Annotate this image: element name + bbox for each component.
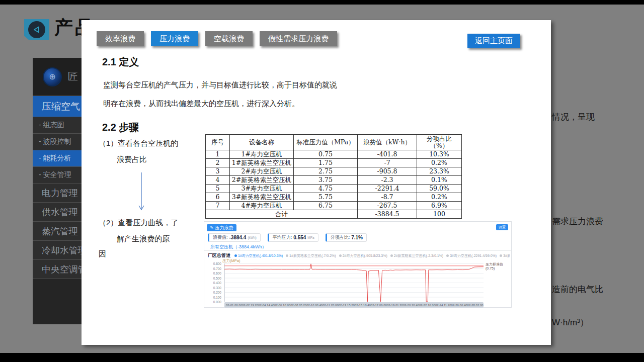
sidebar-item-7[interactable]: 蒸汽管理 bbox=[33, 221, 82, 240]
back-nav-icon[interactable] bbox=[24, 19, 49, 40]
cell-4-0: 5 bbox=[206, 185, 230, 193]
brand-name: 匠 bbox=[68, 70, 78, 83]
legend-item-4: 3#寿力空压机(-2291.4/59.0%) bbox=[446, 253, 497, 258]
x-tick-15: 02-28 02:00 bbox=[467, 304, 484, 307]
y-tick-6: 0.200 bbox=[213, 291, 221, 294]
y-axis-ticks: 0.8000.7000.6000.5000.4000.3000.2000.100… bbox=[206, 263, 222, 302]
waste-tabs: 效率浪费压力浪费空载浪费假性需求压力浪费 bbox=[97, 31, 337, 46]
cell-6-4: 6.9% bbox=[417, 202, 462, 210]
x-tick-12: 02-22 16:00 bbox=[419, 304, 435, 307]
table-row-0: 11#寿力空压机0.75-401.810.3% bbox=[206, 150, 462, 159]
table-col-header-4: 分项占比（%） bbox=[417, 135, 462, 150]
sidebar-item-1[interactable]: - 组态图 bbox=[33, 117, 82, 133]
tab-0[interactable]: 效率浪费 bbox=[97, 31, 144, 46]
return-main-button[interactable]: 返回主页面 bbox=[467, 34, 520, 48]
x-tick-0: 02-01 00:00 bbox=[226, 304, 242, 307]
stat-label-1: 平均压力: bbox=[273, 234, 292, 241]
sidebar-item-4[interactable]: - 安全管理 bbox=[33, 166, 82, 183]
sidebar-item-9[interactable]: 中央空调管理 bbox=[33, 259, 82, 279]
y-tick-5: 0.300 bbox=[213, 286, 221, 290]
table-header-row: 序号设备名称标准压力值（MPa）浪费值（kW·h）分项占比（%） bbox=[206, 135, 462, 150]
x-tick-10: 02-19 01:20 bbox=[387, 304, 403, 307]
edit-icon: ✎ bbox=[210, 225, 214, 230]
cell-0-0: 1 bbox=[206, 150, 230, 159]
legend-dot-5 bbox=[500, 254, 502, 257]
x-tick-3: 02-06 10:00 bbox=[274, 304, 290, 307]
step-1-text-line2: 浪费占比 bbox=[117, 155, 147, 164]
bg-text-fragment-2: 需求压力浪费 bbox=[552, 216, 603, 227]
x-tick-13: 02-24 11:20 bbox=[435, 304, 451, 307]
stat-label-0: 浪费值: bbox=[213, 234, 228, 241]
cell-4-3: -2291.4 bbox=[358, 185, 417, 193]
sidebar-item-6[interactable]: 供水管理 bbox=[33, 202, 82, 221]
bottom-black-bar bbox=[0, 353, 644, 362]
cell-5-0: 6 bbox=[206, 193, 230, 202]
x-tick-8: 02-15 10:40 bbox=[355, 304, 371, 307]
y-tick-4: 0.400 bbox=[213, 281, 221, 285]
x-tick-11: 02-20 20:40 bbox=[403, 304, 419, 307]
sidebar-item-5[interactable]: 电力管理 bbox=[33, 183, 82, 202]
cell-4-4: 59.0% bbox=[417, 185, 462, 193]
separator-line bbox=[204, 250, 511, 251]
cell-0-2: 0.75 bbox=[294, 150, 358, 159]
legend-dot-3 bbox=[390, 254, 393, 257]
sidebar-header: ⊕ 匠 bbox=[33, 58, 82, 96]
standard-value-label: 压力标准值 (0.75) bbox=[486, 262, 503, 270]
y-tick-1: 0.700 bbox=[213, 267, 221, 270]
section-1-heading: 2.1 定义 bbox=[102, 55, 139, 69]
chart-stats-row: 浪费值:-3884.4(kWh)平均压力:0.554MPa分项占比:7.1% bbox=[208, 233, 367, 242]
top-black-bar bbox=[0, 0, 644, 5]
legend-dot-0 bbox=[234, 254, 237, 257]
sidebar-item-0[interactable]: 压缩空气 bbox=[33, 96, 82, 117]
y-tick-3: 0.500 bbox=[213, 277, 221, 280]
tab-1[interactable]: 压力浪费 bbox=[151, 31, 198, 46]
legend-item-1: 1#新英格索兰空压机(-7/0.2%) bbox=[286, 253, 336, 258]
sidebar-item-8[interactable]: 冷却水管理 bbox=[33, 240, 82, 259]
stat-box-1: 平均压力:0.554MPa bbox=[268, 233, 318, 242]
chart-title-tag: ✎ 压力浪费 bbox=[207, 224, 236, 231]
sidebar-item-2[interactable]: - 波段控制 bbox=[33, 133, 82, 150]
sidebar-filler bbox=[33, 279, 82, 324]
table-row-3: 42#新英格索兰空压机3.75-2.30.1% bbox=[206, 176, 462, 185]
table-row-1: 21#新英格索兰空压机1.75-70.2% bbox=[206, 159, 462, 167]
x-tick-6: 02-11 20:00 bbox=[323, 304, 339, 307]
sidebar-item-3[interactable]: - 能耗分析 bbox=[33, 150, 82, 166]
back-arrow-icon bbox=[28, 21, 45, 38]
cell-2-0: 3 bbox=[206, 167, 230, 176]
waste-table: 序号设备名称标准压力值（MPa）浪费值（kW·h）分项占比（%） 11#寿力空压… bbox=[205, 134, 462, 219]
y-tick-8: 0.000 bbox=[213, 300, 221, 304]
cell-3-4: 0.1% bbox=[417, 176, 462, 185]
table-col-header-1: 设备名称 bbox=[230, 135, 294, 150]
step-2-text-line3: 因 bbox=[99, 249, 106, 259]
legend-item-3: 2#新英格索兰空压机(-2.3/0.1%) bbox=[390, 253, 443, 258]
cell-6-1: 4#寿力空压机 bbox=[230, 202, 294, 210]
total-pct-cell: 100 bbox=[417, 210, 462, 219]
y-axis-label: 压力(MPa) bbox=[222, 258, 240, 263]
cell-2-1: 2#寿力空压机 bbox=[230, 167, 294, 176]
cell-2-2: 2.75 bbox=[294, 167, 358, 176]
x-tick-2: 02-04 14:40 bbox=[258, 304, 274, 307]
cell-1-0: 2 bbox=[206, 159, 230, 167]
legend-dot-4 bbox=[446, 254, 449, 257]
x-tick-7: 02-13 15:20 bbox=[339, 304, 355, 307]
legend-item-0: 1#寿力空压机(-401.8/10.3%) bbox=[234, 253, 283, 258]
table-row-6: 74#寿力空压机6.75-267.56.9% bbox=[206, 202, 462, 210]
tab-2[interactable]: 空载浪费 bbox=[205, 31, 253, 46]
cell-2-4: 23.3% bbox=[417, 167, 462, 176]
cell-1-2: 1.75 bbox=[294, 159, 358, 167]
stat-unit-1: MPa bbox=[307, 236, 314, 239]
chart-title-tag-label: 压力浪费 bbox=[215, 225, 233, 231]
stat-label-2: 分项占比: bbox=[331, 234, 350, 241]
bg-text-fragment-1: 情况，呈现 bbox=[552, 111, 595, 123]
tab-3[interactable]: 假性需求压力浪费 bbox=[260, 31, 337, 46]
legend-dot-2 bbox=[339, 254, 342, 257]
x-tick-1: 02-02 19:20 bbox=[242, 304, 258, 307]
definition-text: 监测每台空压机的产气压力，并与目标值进行比较，高于目标值的就说 明存在浪费，从而… bbox=[103, 75, 365, 113]
cell-3-3: -2.3 bbox=[358, 176, 417, 185]
table-total-row: 合计 -3884.5 100 bbox=[206, 210, 462, 219]
cell-5-4: 0.2% bbox=[417, 193, 462, 202]
table-row-2: 32#寿力空压机2.75-905.823.3% bbox=[206, 167, 462, 176]
total-waste-cell: -3884.5 bbox=[358, 210, 417, 219]
table-row-4: 53#寿力空压机4.75-2291.459.0% bbox=[206, 185, 462, 193]
chart-legend: 厂区总管道 1#寿力空压机(-401.8/10.3%)1#新英格索兰空压机(-7… bbox=[208, 252, 510, 259]
